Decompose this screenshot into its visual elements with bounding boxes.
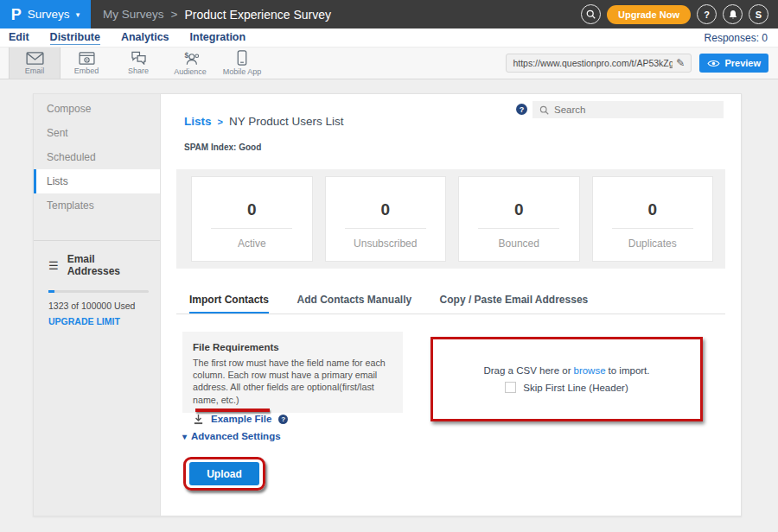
contact-search-box: [532, 101, 724, 118]
question-mark-icon: ?: [704, 10, 710, 20]
nav-item-distribute[interactable]: Distribute: [50, 31, 100, 45]
email-addresses-header: ☰ Email Addresses: [48, 253, 149, 277]
csv-dropzone[interactable]: Drag a CSV here orbrowseto import. Skip …: [433, 339, 700, 419]
breadcrumb-separator: >: [218, 117, 223, 127]
mobile-app-icon: [237, 50, 247, 66]
divider: [345, 228, 426, 229]
svg-text:$: $: [185, 51, 189, 59]
stat-value: 0: [247, 200, 257, 219]
channel-label: Audience: [174, 67, 207, 76]
email-addresses-section: ☰ Email Addresses 1323 of 100000 Used UP…: [34, 240, 160, 326]
survey-url-input[interactable]: [513, 58, 673, 68]
usage-progress-bar: [48, 290, 149, 293]
bell-icon: [728, 10, 738, 20]
help-icon[interactable]: ?: [516, 104, 527, 115]
topbar-actions: Upgrade Now ? S: [581, 4, 778, 24]
search-input[interactable]: [554, 104, 717, 115]
eye-icon: [707, 59, 720, 68]
channel-label: Share: [128, 66, 149, 75]
survey-url-box: ✎: [506, 54, 692, 73]
channel-label: Email: [25, 66, 45, 75]
questionpro-logo-icon: P: [11, 7, 22, 22]
main-panel: Compose Sent Scheduled Lists Templates ☰…: [33, 93, 742, 516]
notifications-button[interactable]: [723, 4, 743, 24]
dropzone-text-prefix: Drag a CSV here or: [483, 365, 571, 376]
usage-text: 1323 of 100000 Used: [48, 301, 149, 311]
example-file-row: Example File ?: [193, 414, 392, 425]
example-file-link[interactable]: Example File: [211, 414, 271, 424]
skip-first-line-label: Skip First Line (Header): [523, 383, 628, 393]
surveys-product-menu[interactable]: P Surveys ▾: [0, 0, 91, 28]
skip-first-line-row: Skip First Line (Header): [505, 382, 628, 393]
survey-nav: Edit Distribute Analytics Integration Re…: [0, 28, 778, 48]
embed-icon: [79, 52, 95, 65]
stat-card-duplicates: 0 Duplicates: [592, 176, 714, 262]
email-sidebar: Compose Sent Scheduled Lists Templates ☰…: [34, 94, 161, 516]
channel-email[interactable]: Email: [9, 48, 61, 79]
product-menu-label: Surveys: [28, 8, 70, 21]
stat-card-unsubscribed: 0 Unsubscribed: [325, 176, 447, 262]
breadcrumb-separator: >: [171, 8, 178, 21]
upgrade-limit-link[interactable]: UPGRADE LIMIT: [48, 316, 149, 326]
search-button[interactable]: [581, 4, 601, 24]
help-button[interactable]: ?: [697, 4, 717, 24]
list-stats: 0 Active 0 Unsubscribed 0 Bounced 0 Dupl…: [176, 169, 725, 269]
stat-label: Unsubscribed: [354, 238, 417, 250]
nav-item-integration[interactable]: Integration: [190, 31, 246, 44]
download-icon: [193, 414, 204, 425]
nav-item-edit[interactable]: Edit: [9, 31, 29, 44]
email-icon: [26, 52, 44, 65]
annotation-underline-example-file: [195, 408, 270, 412]
avatar-initial: S: [756, 10, 762, 20]
file-requirements-body: The first row must have the field name f…: [193, 357, 392, 406]
responses-count[interactable]: Responses: 0: [705, 32, 768, 44]
spam-index: SPAM Index: Good: [184, 142, 261, 152]
avatar[interactable]: S: [749, 4, 768, 24]
annotation-highlight-upload: Upload: [183, 457, 265, 491]
sidebar-item-templates[interactable]: Templates: [34, 193, 160, 218]
browse-link[interactable]: browse: [573, 365, 605, 376]
lists-link[interactable]: Lists: [184, 115, 212, 128]
file-requirements-title: File Requirements: [193, 342, 392, 352]
upload-button[interactable]: Upload: [189, 462, 259, 485]
search-icon: [586, 10, 596, 19]
divider: [478, 228, 559, 229]
sidebar-item-scheduled[interactable]: Scheduled: [34, 145, 160, 169]
tab-copy-paste-email-addresses[interactable]: Copy / Paste Email Addresses: [440, 294, 589, 312]
channel-label: Mobile App: [223, 67, 262, 76]
usage-progress-fill: [48, 290, 54, 293]
email-addresses-title: Email Addresses: [67, 253, 149, 277]
tab-add-contacts-manually[interactable]: Add Contacts Manually: [297, 294, 411, 312]
preview-button[interactable]: Preview: [699, 54, 768, 73]
annotation-highlight-dropzone: Drag a CSV here orbrowseto import. Skip …: [430, 337, 703, 421]
channel-mobile-app[interactable]: Mobile App: [216, 48, 268, 79]
edit-url-icon[interactable]: ✎: [676, 58, 685, 68]
search-icon: [539, 105, 549, 115]
dropzone-text-suffix: to import.: [609, 365, 650, 376]
chevron-down-icon: ▾: [76, 10, 80, 19]
dropzone-text: Drag a CSV here orbrowseto import.: [483, 365, 649, 376]
skip-first-line-checkbox[interactable]: [505, 382, 516, 393]
breadcrumb-parent[interactable]: My Surveys: [103, 8, 164, 21]
preview-label: Preview: [724, 58, 761, 68]
channel-share[interactable]: Share: [112, 48, 164, 79]
nav-item-analytics[interactable]: Analytics: [121, 31, 169, 44]
tab-import-contacts[interactable]: Import Contacts: [189, 294, 269, 314]
page-title: Product Experience Survey: [184, 8, 331, 22]
sidebar-item-lists[interactable]: Lists: [34, 169, 160, 193]
share-icon: [131, 51, 147, 65]
sidebar-item-sent[interactable]: Sent: [34, 121, 160, 145]
file-requirements-box: File Requirements The first row must hav…: [182, 332, 403, 413]
upgrade-now-button[interactable]: Upgrade Now: [607, 5, 691, 24]
sidebar-item-compose[interactable]: Compose: [34, 97, 160, 121]
breadcrumb: My Surveys > Product Experience Survey: [103, 8, 331, 22]
channel-embed[interactable]: Embed: [61, 48, 112, 79]
divider: [612, 228, 693, 229]
advanced-settings-toggle[interactable]: ▾ Advanced Settings: [182, 431, 281, 441]
channel-audience[interactable]: $ Audience: [164, 48, 216, 79]
divider: [211, 228, 292, 229]
toolbar-right: ✎ Preview: [506, 48, 778, 79]
list-detail-content: Lists > NY Product Users List ? SPAM Ind…: [161, 94, 741, 516]
help-icon[interactable]: ?: [278, 415, 288, 424]
caret-down-icon: ▾: [182, 432, 187, 441]
